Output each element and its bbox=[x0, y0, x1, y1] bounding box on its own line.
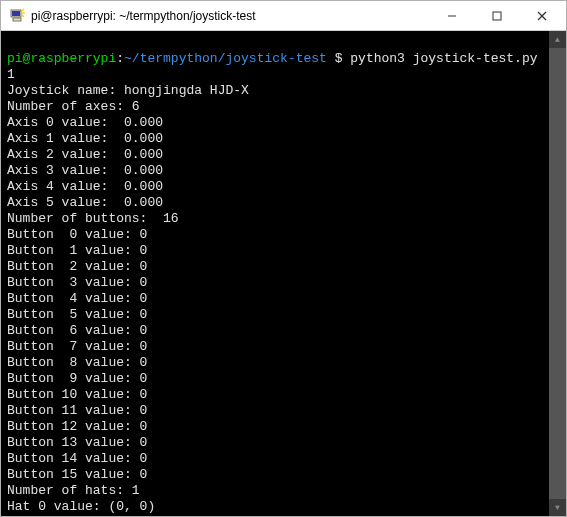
num-buttons: Number of buttons: 16 bbox=[7, 211, 179, 226]
num-hats: Number of hats: 1 bbox=[7, 483, 140, 498]
terminal-window: pi@raspberrypi: ~/termpython/joystick-te… bbox=[0, 0, 567, 517]
num-axes: Number of axes: 6 bbox=[7, 99, 140, 114]
button-line: Button 13 value: 0 bbox=[7, 435, 147, 450]
scroll-up-button[interactable]: ▲ bbox=[549, 31, 566, 48]
close-button[interactable] bbox=[519, 1, 564, 30]
hat-line: Hat 0 value: (0, 0) bbox=[7, 499, 155, 514]
prompt-path: ~/termpython/joystick-test bbox=[124, 515, 327, 516]
scroll-thumb[interactable] bbox=[549, 48, 566, 499]
svg-line-5 bbox=[22, 15, 24, 17]
svg-rect-2 bbox=[13, 18, 21, 21]
prompt-user-host: pi@raspberrypi bbox=[7, 51, 116, 66]
scrollbar[interactable]: ▲ ▼ bbox=[549, 31, 566, 516]
prompt-symbol: $ bbox=[327, 515, 350, 516]
svg-rect-1 bbox=[12, 11, 20, 16]
output-line: 1 bbox=[7, 67, 15, 82]
prompt-path: ~/termpython/joystick-test bbox=[124, 51, 327, 66]
button-line: Button 11 value: 0 bbox=[7, 403, 147, 418]
svg-line-3 bbox=[22, 9, 24, 11]
minimize-button[interactable] bbox=[429, 1, 474, 30]
button-line: Button 3 value: 0 bbox=[7, 275, 147, 290]
window-title: pi@raspberrypi: ~/termpython/joystick-te… bbox=[31, 9, 429, 23]
axis-line: Axis 1 value: 0.000 bbox=[7, 131, 163, 146]
axis-line: Axis 2 value: 0.000 bbox=[7, 147, 163, 162]
scroll-down-button[interactable]: ▼ bbox=[549, 499, 566, 516]
window-controls bbox=[429, 1, 564, 30]
putty-icon bbox=[9, 8, 25, 24]
button-line: Button 4 value: 0 bbox=[7, 291, 147, 306]
button-line: Button 0 value: 0 bbox=[7, 227, 147, 242]
maximize-button[interactable] bbox=[474, 1, 519, 30]
button-line: Button 9 value: 0 bbox=[7, 371, 147, 386]
prompt-symbol: $ bbox=[327, 51, 350, 66]
axis-line: Axis 4 value: 0.000 bbox=[7, 179, 163, 194]
button-line: Button 14 value: 0 bbox=[7, 451, 147, 466]
button-line: Button 2 value: 0 bbox=[7, 259, 147, 274]
button-line: Button 5 value: 0 bbox=[7, 307, 147, 322]
terminal-body[interactable]: pi@raspberrypi:~/termpython/joystick-tes… bbox=[1, 31, 566, 516]
axis-line: Axis 3 value: 0.000 bbox=[7, 163, 163, 178]
axis-line: Axis 5 value: 0.000 bbox=[7, 195, 163, 210]
axis-line: Axis 0 value: 0.000 bbox=[7, 115, 163, 130]
command-text: python3 joystick-test.py bbox=[350, 51, 537, 66]
prompt-user-host: pi@raspberrypi bbox=[7, 515, 116, 516]
button-line: Button 7 value: 0 bbox=[7, 339, 147, 354]
scroll-track[interactable] bbox=[549, 48, 566, 499]
button-line: Button 8 value: 0 bbox=[7, 355, 147, 370]
prompt-sep: : bbox=[116, 51, 124, 66]
button-line: Button 6 value: 0 bbox=[7, 323, 147, 338]
titlebar[interactable]: pi@raspberrypi: ~/termpython/joystick-te… bbox=[1, 1, 566, 31]
svg-rect-7 bbox=[493, 12, 501, 20]
joystick-name: Joystick name: hongjingda HJD-X bbox=[7, 83, 249, 98]
prompt-sep: : bbox=[116, 515, 124, 516]
button-line: Button 15 value: 0 bbox=[7, 467, 147, 482]
button-line: Button 1 value: 0 bbox=[7, 243, 147, 258]
button-line: Button 12 value: 0 bbox=[7, 419, 147, 434]
button-line: Button 10 value: 0 bbox=[7, 387, 147, 402]
